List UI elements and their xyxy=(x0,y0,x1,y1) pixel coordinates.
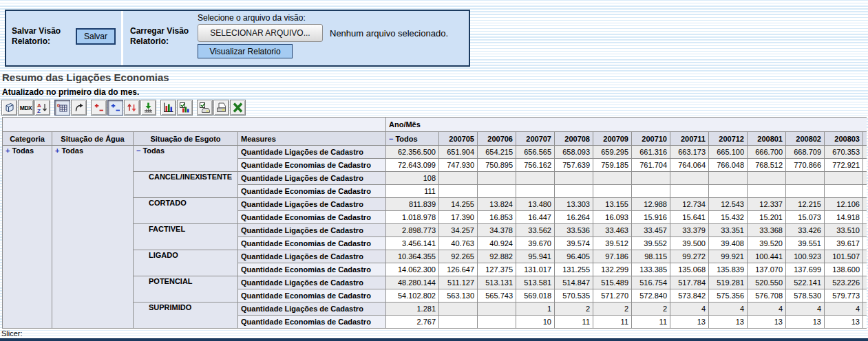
member-label: LIGADO xyxy=(149,251,178,259)
value-cell: 757.639 xyxy=(555,159,593,172)
drill-replace-button[interactable] xyxy=(124,100,140,116)
print-config-button[interactable] xyxy=(197,100,213,116)
swap-axes-button[interactable] xyxy=(71,100,87,116)
column-header-month: 200708 xyxy=(555,132,593,146)
expand-icon[interactable]: + xyxy=(55,146,59,155)
value-cell: 11 xyxy=(593,316,632,329)
value-cell: 96.405 xyxy=(555,250,593,263)
value-cell: 40.924 xyxy=(478,237,516,250)
value-cell xyxy=(632,185,670,198)
value-cell-cutoff xyxy=(863,146,867,159)
drill-member-button[interactable] xyxy=(91,100,107,116)
value-cell: 72.643.099 xyxy=(386,159,439,172)
drill-position-button[interactable] xyxy=(107,100,123,116)
olap-navigator-button[interactable] xyxy=(1,100,17,116)
value-cell: 39.670 xyxy=(516,237,555,250)
value-cell: 666.700 xyxy=(748,146,786,159)
value-cell: 12.215 xyxy=(786,198,825,211)
column-header-month: 200707 xyxy=(516,132,555,146)
plus-minus-blue-icon xyxy=(109,102,121,113)
sort-button[interactable]: AZ xyxy=(34,100,50,116)
export-excel-button[interactable] xyxy=(230,100,246,116)
value-cell: 39.552 xyxy=(632,237,670,250)
value-cell: 10 xyxy=(516,316,555,329)
value-cell-cutoff xyxy=(863,211,867,224)
value-cell: 570.535 xyxy=(555,289,593,302)
value-cell: 135.068 xyxy=(670,263,709,276)
member-label: CORTADO xyxy=(149,199,187,207)
value-cell: 12.988 xyxy=(632,198,670,211)
column-member-label: Todos xyxy=(395,135,417,143)
value-cell: 578.530 xyxy=(786,289,825,302)
value-cell: 16.093 xyxy=(593,211,632,224)
value-cell: 34.257 xyxy=(439,224,478,237)
collapse-icon[interactable]: − xyxy=(389,135,393,143)
suppress-empty-button[interactable]: 0 xyxy=(54,100,70,116)
column-header-month: 200709 xyxy=(593,132,632,146)
value-cell: 576.708 xyxy=(748,289,786,302)
value-cell: 16.264 xyxy=(555,211,593,224)
esgoto-member: LIGADO xyxy=(134,250,238,276)
value-cell: 513.131 xyxy=(478,276,516,289)
value-cell: 659.295 xyxy=(593,146,632,159)
column-header-todos: −Todos xyxy=(386,132,439,146)
value-cell-cutoff xyxy=(863,276,867,289)
column-header-esgoto: Situação de Esgoto xyxy=(134,132,238,146)
value-cell: 759.185 xyxy=(593,159,632,172)
file-select-label: Selecione o arquivo da visão: xyxy=(198,13,306,23)
value-cell: 131.255 xyxy=(555,263,593,276)
print-pdf-button[interactable] xyxy=(213,100,229,116)
value-cell: 4 xyxy=(748,302,786,316)
value-cell: 12.106 xyxy=(825,198,863,211)
save-button[interactable]: Salvar xyxy=(76,28,116,45)
value-cell xyxy=(786,185,825,198)
value-cell: 770.866 xyxy=(786,159,825,172)
member-label: POTENCIAL xyxy=(149,277,193,285)
value-cell: 133.385 xyxy=(632,263,670,276)
value-cell: 656.565 xyxy=(516,146,555,159)
value-cell: 95.941 xyxy=(516,250,555,263)
slicer-label: Slicer: xyxy=(1,329,23,338)
measure-label: Quantidade Economias de Cadastro xyxy=(238,211,386,224)
value-cell: 511.127 xyxy=(439,276,478,289)
value-cell: 563.130 xyxy=(439,289,478,302)
value-cell: 33.536 xyxy=(555,224,593,237)
value-cell: 13.824 xyxy=(478,198,516,211)
value-cell xyxy=(670,172,709,185)
member-label: Todas xyxy=(12,146,34,155)
member-label: CANCEL/INEXISTENTE xyxy=(149,173,232,181)
value-cell: 33.379 xyxy=(670,224,709,237)
categoria-member: +Todas xyxy=(3,146,52,329)
collapse-icon[interactable]: − xyxy=(136,146,140,155)
value-cell xyxy=(593,172,632,185)
value-cell: 766.048 xyxy=(709,159,748,172)
value-cell: 2.767 xyxy=(386,316,439,329)
value-cell: 131.017 xyxy=(516,263,555,276)
column-header-agua: Situação de Água xyxy=(52,132,134,146)
value-cell xyxy=(516,172,555,185)
show-chart-button[interactable] xyxy=(160,100,176,116)
expand-icon[interactable]: + xyxy=(6,146,10,155)
value-cell xyxy=(555,185,593,198)
value-cell xyxy=(439,302,478,316)
value-cell xyxy=(439,185,478,198)
value-cell: 137.699 xyxy=(786,263,825,276)
mdx-text: MDX xyxy=(20,104,32,111)
value-cell: 33.426 xyxy=(786,224,825,237)
value-cell xyxy=(670,185,709,198)
chart-config-button[interactable] xyxy=(177,100,193,116)
column-header-row: Categoria Situação de Água Situação de E… xyxy=(3,132,867,146)
member-label: Todas xyxy=(142,146,165,155)
value-cell: 761.704 xyxy=(632,159,670,172)
value-cell: 33.368 xyxy=(748,224,786,237)
value-cell: 772.921 xyxy=(825,159,863,172)
value-cell: 33.562 xyxy=(516,224,555,237)
view-report-button[interactable]: Visualizar Relatorio xyxy=(198,44,293,58)
value-cell: 668.709 xyxy=(786,146,825,159)
measure-label: Quantidade Ligações de Cadastro xyxy=(238,224,386,237)
file-select-button[interactable]: SELECIONAR ARQUIVO... xyxy=(198,24,323,42)
mdx-editor-button[interactable]: MDX xyxy=(18,100,34,116)
value-cell: 15.916 xyxy=(632,211,670,224)
drill-through-button[interactable] xyxy=(140,100,156,116)
value-cell: 127.375 xyxy=(478,263,516,276)
